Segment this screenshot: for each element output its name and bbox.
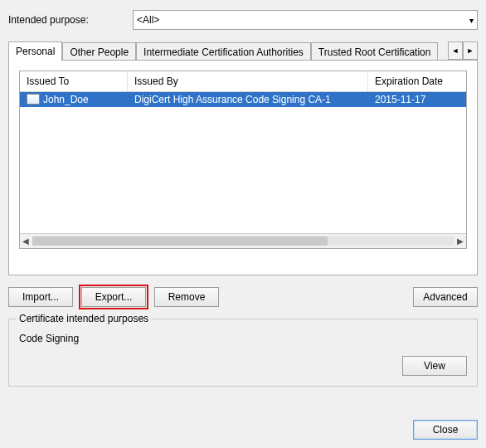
scroll-thumb[interactable] <box>32 236 328 246</box>
tab-personal[interactable]: Personal <box>8 41 62 61</box>
certificate-icon <box>27 94 40 105</box>
cert-listview[interactable]: Issued To Issued By Expiration Date John… <box>19 71 467 249</box>
view-button[interactable]: View <box>402 356 467 376</box>
tab-strip: Personal Other People Intermediate Certi… <box>8 41 438 61</box>
tab-pane: Issued To Issued By Expiration Date John… <box>8 60 478 275</box>
import-button[interactable]: Import... <box>8 287 73 307</box>
list-body: John_Doe DigiCert High Assurance Code Si… <box>20 92 466 233</box>
scroll-track[interactable] <box>32 236 454 246</box>
tab-label: Trusted Root Certification <box>318 46 431 58</box>
tab-label: Personal <box>16 46 55 57</box>
remove-button[interactable]: Remove <box>154 287 219 307</box>
tab-label: Other People <box>70 46 129 58</box>
intended-purposes-group: Certificate intended purposes Code Signi… <box>8 319 478 387</box>
col-issued-by[interactable]: Issued By <box>128 71 368 91</box>
intended-purpose-select[interactable]: <All> ▾ <box>133 10 478 30</box>
tab-other-people[interactable]: Other People <box>62 42 136 61</box>
cell-issued-by: DigiCert High Assurance Code Signing CA-… <box>128 94 368 105</box>
advanced-button[interactable]: Advanced <box>413 287 478 307</box>
close-button[interactable]: Close <box>413 420 478 440</box>
scroll-right-icon[interactable]: ▶ <box>457 236 464 246</box>
scroll-left-icon[interactable]: ◀ <box>22 236 29 246</box>
col-expiration[interactable]: Expiration Date <box>368 71 466 91</box>
table-row[interactable]: John_Doe DigiCert High Assurance Code Si… <box>20 92 466 107</box>
list-header: Issued To Issued By Expiration Date <box>20 71 466 92</box>
tab-intermediate-ca[interactable]: Intermediate Certification Authorities <box>136 42 311 61</box>
export-button[interactable]: Export... <box>81 287 146 307</box>
col-issued-to[interactable]: Issued To <box>20 71 128 91</box>
chevron-down-icon: ▾ <box>469 16 474 25</box>
horizontal-scrollbar[interactable]: ◀ ▶ <box>20 233 466 248</box>
intended-purposes-value: Code Signing <box>19 329 402 376</box>
group-title: Certificate intended purposes <box>16 313 152 324</box>
tab-trusted-root[interactable]: Trusted Root Certification <box>311 42 439 61</box>
tab-label: Intermediate Certification Authorities <box>143 46 304 58</box>
certificates-dialog: Intended purpose: <All> ▾ Personal Other… <box>0 0 486 448</box>
tab-scroll-left[interactable]: ◄ <box>448 41 463 60</box>
cell-expiration: 2015-11-17 <box>368 94 466 105</box>
intended-purpose-label: Intended purpose: <box>8 14 133 26</box>
cell-issued-to: John_Doe <box>43 94 89 105</box>
intended-purpose-value: <All> <box>137 14 159 26</box>
tab-scroll-right[interactable]: ► <box>463 41 478 60</box>
